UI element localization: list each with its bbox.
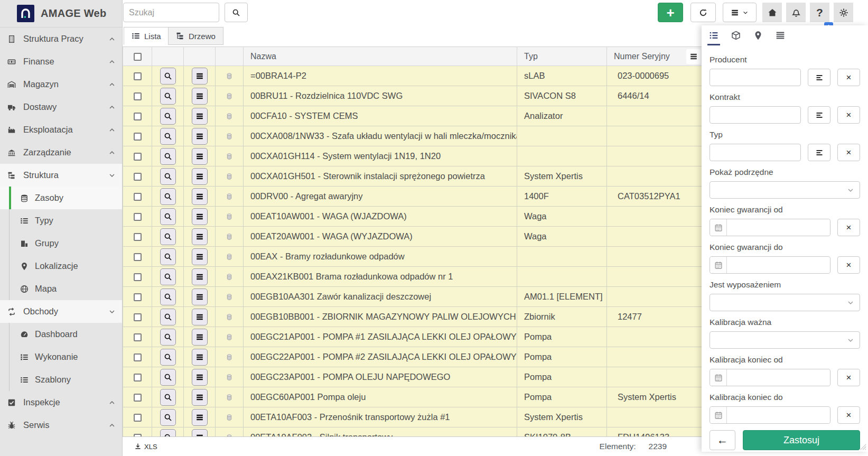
box-view-icon[interactable] [731, 31, 741, 44]
row-preview-button[interactable] [160, 309, 176, 325]
sidebar-item-dashboard[interactable]: Dashboard [0, 323, 122, 346]
table-row[interactable]: 00EAX - Bramy rozładunkowe odpadów [123, 247, 702, 267]
table-row[interactable]: 00CXA008/1NW33 - Szafa układu wentylacji… [123, 126, 702, 146]
table-row[interactable]: 00BRU11 - Rozdzielnica 110VDC SWG SIVACO… [123, 86, 702, 106]
row-checkbox[interactable] [134, 273, 142, 281]
table-row[interactable]: 00CFA10 - SYSTEM CEMS Analizator [123, 106, 702, 126]
resize-handle[interactable] [860, 443, 867, 451]
sidebar-item-grupy[interactable]: Grupy [0, 232, 122, 255]
sidebar-item-szablony[interactable]: Szablony [0, 368, 122, 391]
koniec-gwarancji-od-clear-button[interactable]: × [837, 219, 860, 236]
row-preview-button[interactable] [160, 188, 176, 205]
row-preview-button[interactable] [160, 68, 176, 85]
table-row[interactable]: 00CXA01GH114 - System wentylacji 1N19, 1… [123, 146, 702, 166]
row-preview-button[interactable] [160, 409, 176, 426]
calendar-icon[interactable] [710, 369, 727, 386]
row-checkbox[interactable] [134, 353, 142, 361]
table-row[interactable]: 00EAT20AW001 - WAGA (WYJAZDOWA) Waga [123, 227, 702, 247]
row-preview-button[interactable] [160, 208, 176, 225]
apply-button[interactable]: Zastosuj [743, 430, 860, 450]
row-preview-button[interactable] [160, 429, 176, 437]
sidebar-item-mapa[interactable]: Mapa [0, 277, 122, 300]
sidebar-item-struktura[interactable]: Struktura [0, 164, 122, 187]
back-button[interactable]: ← [710, 430, 735, 450]
row-preview-button[interactable] [160, 248, 176, 265]
list-view-icon[interactable] [709, 31, 718, 44]
sidebar-item-dostawy[interactable]: Dostawy [0, 96, 122, 118]
sidebar-item-inspekcje[interactable]: Inspekcje [0, 391, 122, 414]
refresh-button[interactable] [690, 3, 716, 22]
calendar-icon[interactable] [710, 407, 727, 423]
add-button[interactable]: + [658, 3, 683, 22]
sidebar-item-eksploatacja[interactable]: Eksploatacja [0, 118, 122, 141]
table-row[interactable]: 00EAX21KB001 Brama rozładunkowa odpadów … [123, 267, 702, 287]
row-checkbox[interactable] [134, 72, 142, 80]
table-row[interactable]: 00ETA10AF003 - Przenośnik transportowy ż… [123, 407, 702, 427]
table-row[interactable]: 00ETA10AF002 - Silnik transportowy SKI10… [123, 427, 702, 437]
row-checkbox[interactable] [134, 253, 142, 261]
sidebar-item-zasoby[interactable]: Zasoby [0, 187, 122, 209]
row-menu-button[interactable] [192, 188, 208, 205]
row-checkbox[interactable] [134, 133, 142, 141]
row-menu-button[interactable] [192, 268, 208, 285]
search-button[interactable] [225, 3, 248, 22]
koniec-gwarancji-od-input[interactable] [727, 219, 830, 236]
table-row[interactable]: 00EGB10AA301 Zawór kanalizacji deszczowe… [123, 287, 702, 307]
koniec-gwarancji-do-clear-button[interactable]: × [837, 256, 860, 274]
row-checkbox[interactable] [134, 333, 142, 341]
sidebar-item-finanse[interactable]: Finanse [0, 50, 122, 73]
calendar-icon[interactable] [710, 257, 727, 273]
table-row[interactable]: 00DRV00 - Agregat awaryjny 1400F CAT0351… [123, 187, 702, 207]
row-checkbox[interactable] [134, 313, 142, 321]
producent-picker-button[interactable] [808, 69, 830, 86]
map-pin-view-icon[interactable] [753, 31, 763, 44]
table-row[interactable]: 00EGC60AP001 Pompa oleju Pompa System Xp… [123, 387, 702, 407]
row-preview-button[interactable] [160, 268, 176, 285]
jest-wyposazeniem-select[interactable] [710, 294, 860, 311]
table-row[interactable]: 00CXA01GH501 - Sterownik instalacji sprę… [123, 166, 702, 187]
sidebar-item-struktura-pracy[interactable]: Struktura Pracy [0, 27, 122, 50]
row-menu-button[interactable] [192, 289, 208, 305]
row-menu-button[interactable] [192, 389, 208, 406]
xls-export-button[interactable]: XLS [134, 443, 157, 451]
row-menu-button[interactable] [192, 128, 208, 145]
sidebar-item-lokalizacje[interactable]: Lokalizacje [0, 255, 122, 277]
sidebar-item-zarzadzanie[interactable]: Zarządzanie [0, 141, 122, 164]
notifications-button[interactable] [786, 3, 806, 22]
row-preview-button[interactable] [160, 108, 176, 125]
row-checkbox[interactable] [134, 374, 142, 381]
table-row[interactable]: 00EGC22AP001 - POMPA #2 ZASILAJĄCA LEKKI… [123, 347, 702, 367]
row-menu-button[interactable] [192, 208, 208, 225]
tab-lista[interactable]: Lista [124, 27, 169, 45]
producent-clear-button[interactable]: × [837, 69, 860, 86]
table-row[interactable]: 00EGC21AP001 - POMPA #1 ZASILAJĄCA LEKKI… [123, 327, 702, 347]
row-menu-button[interactable] [192, 228, 208, 245]
tab-drzewo[interactable]: Drzewo [168, 27, 223, 45]
row-menu-button[interactable] [192, 108, 208, 125]
column-menu-button[interactable] [686, 49, 701, 64]
row-checkbox[interactable] [134, 293, 142, 301]
table-row[interactable]: 00EAT10AW001 - WAGA (WJAZDOWA) Waga [123, 207, 702, 227]
row-preview-button[interactable] [160, 128, 176, 145]
row-preview-button[interactable] [160, 88, 176, 105]
row-preview-button[interactable] [160, 228, 176, 245]
row-menu-button[interactable] [192, 429, 208, 437]
row-menu-button[interactable] [192, 329, 208, 346]
column-header-typ[interactable]: Typ [517, 47, 607, 66]
row-checkbox[interactable] [134, 233, 142, 241]
table-view-icon[interactable] [776, 31, 785, 44]
select-all-checkbox[interactable] [134, 53, 142, 61]
home-button[interactable] [762, 3, 782, 22]
row-menu-button[interactable] [192, 409, 208, 426]
table-row[interactable]: 00EGB10BB001 - ZBIORNIK MAGAZYNOWY PALIW… [123, 307, 702, 327]
row-checkbox[interactable] [134, 113, 142, 120]
row-preview-button[interactable] [160, 289, 176, 305]
row-checkbox[interactable] [134, 153, 142, 161]
menu-dropdown-button[interactable] [723, 3, 757, 22]
typ-input[interactable] [710, 144, 801, 161]
pokaz-podrzedne-select[interactable] [710, 181, 860, 199]
sidebar-item-magazyn[interactable]: Magazyn [0, 73, 122, 96]
row-checkbox[interactable] [134, 213, 142, 221]
sidebar-item-obchody[interactable]: Obchody [0, 300, 122, 323]
typ-clear-button[interactable]: × [837, 144, 860, 161]
